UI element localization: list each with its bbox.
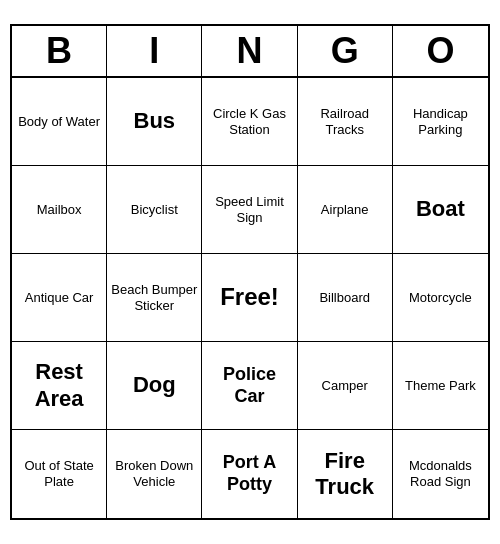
cell-text-16: Dog <box>133 372 176 398</box>
cell-text-6: Bicyclist <box>131 202 178 218</box>
bingo-cell-17: Police Car <box>202 342 297 430</box>
header-letter-o: O <box>393 26 488 76</box>
bingo-cell-9: Boat <box>393 166 488 254</box>
cell-text-2: Circle K Gas Station <box>206 106 292 137</box>
cell-text-7: Speed Limit Sign <box>206 194 292 225</box>
cell-text-4: Handicap Parking <box>397 106 484 137</box>
bingo-header: BINGO <box>12 26 488 78</box>
cell-text-18: Camper <box>322 378 368 394</box>
bingo-cell-19: Theme Park <box>393 342 488 430</box>
bingo-cell-2: Circle K Gas Station <box>202 78 297 166</box>
cell-text-9: Boat <box>416 196 465 222</box>
bingo-cell-12: Free! <box>202 254 297 342</box>
header-letter-g: G <box>298 26 393 76</box>
bingo-cell-14: Motorcycle <box>393 254 488 342</box>
bingo-cell-23: Fire Truck <box>298 430 393 518</box>
cell-text-8: Airplane <box>321 202 369 218</box>
bingo-card: BINGO Body of WaterBusCircle K Gas Stati… <box>10 24 490 520</box>
bingo-cell-10: Antique Car <box>12 254 107 342</box>
bingo-cell-7: Speed Limit Sign <box>202 166 297 254</box>
bingo-cell-13: Billboard <box>298 254 393 342</box>
bingo-cell-22: Port A Potty <box>202 430 297 518</box>
bingo-cell-24: Mcdonalds Road Sign <box>393 430 488 518</box>
bingo-cell-1: Bus <box>107 78 202 166</box>
cell-text-3: Railroad Tracks <box>302 106 388 137</box>
cell-text-23: Fire Truck <box>302 448 388 501</box>
cell-text-14: Motorcycle <box>409 290 472 306</box>
bingo-cell-21: Broken Down Vehicle <box>107 430 202 518</box>
cell-text-10: Antique Car <box>25 290 94 306</box>
bingo-grid: Body of WaterBusCircle K Gas StationRail… <box>12 78 488 518</box>
cell-text-19: Theme Park <box>405 378 476 394</box>
bingo-cell-8: Airplane <box>298 166 393 254</box>
cell-text-12: Free! <box>220 283 279 312</box>
cell-text-17: Police Car <box>206 364 292 407</box>
bingo-cell-15: Rest Area <box>12 342 107 430</box>
cell-text-20: Out of State Plate <box>16 458 102 489</box>
bingo-cell-3: Railroad Tracks <box>298 78 393 166</box>
cell-text-24: Mcdonalds Road Sign <box>397 458 484 489</box>
bingo-cell-11: Beach Bumper Sticker <box>107 254 202 342</box>
header-letter-i: I <box>107 26 202 76</box>
bingo-cell-16: Dog <box>107 342 202 430</box>
cell-text-1: Bus <box>134 108 176 134</box>
bingo-cell-6: Bicyclist <box>107 166 202 254</box>
header-letter-n: N <box>202 26 297 76</box>
cell-text-22: Port A Potty <box>206 452 292 495</box>
cell-text-13: Billboard <box>319 290 370 306</box>
bingo-cell-0: Body of Water <box>12 78 107 166</box>
bingo-cell-4: Handicap Parking <box>393 78 488 166</box>
bingo-cell-18: Camper <box>298 342 393 430</box>
header-letter-b: B <box>12 26 107 76</box>
cell-text-11: Beach Bumper Sticker <box>111 282 197 313</box>
cell-text-0: Body of Water <box>18 114 100 130</box>
cell-text-21: Broken Down Vehicle <box>111 458 197 489</box>
bingo-cell-5: Mailbox <box>12 166 107 254</box>
bingo-cell-20: Out of State Plate <box>12 430 107 518</box>
cell-text-5: Mailbox <box>37 202 82 218</box>
cell-text-15: Rest Area <box>16 359 102 412</box>
